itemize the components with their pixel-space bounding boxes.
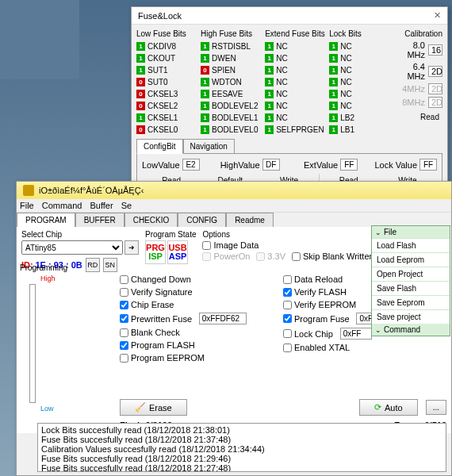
menu-file[interactable]: File — [20, 201, 34, 210]
rd-button[interactable]: RD — [86, 258, 100, 272]
more-button[interactable]: ... — [426, 400, 446, 415]
low-fuse-bit-5[interactable]: 0CKSEL2 — [136, 100, 197, 111]
lock-fuse-bit-3[interactable]: 1NC — [329, 76, 390, 87]
erase-button[interactable]: 🧹Erase — [120, 399, 187, 416]
ext-fuse-bit-0[interactable]: 1NC — [265, 40, 326, 52]
bit-icon: 0 — [136, 78, 145, 86]
poweron-checkbox[interactable]: PowerOn — [202, 251, 250, 261]
highvalue-input[interactable]: DF — [262, 159, 280, 171]
prewritten-fuse-input[interactable]: 0xFFDF62 — [199, 313, 247, 324]
lock-fuse-bit-5[interactable]: 1NC — [329, 100, 390, 111]
side-file-header[interactable]: File — [372, 226, 450, 238]
tab-buffer[interactable]: BUFFER — [75, 213, 124, 227]
side-item-load-flash[interactable]: Load Flash — [372, 238, 450, 252]
fuse-titlebar[interactable]: Fuse&Lock ✕ — [132, 7, 447, 25]
high-fuse-bit-3[interactable]: 1WDTON — [201, 76, 262, 87]
high-fuse-bit-6[interactable]: 1BODLEVEL1 — [201, 112, 262, 123]
ext-fuse-bit-7[interactable]: 1SELFPRGEN — [265, 124, 326, 135]
menu-se[interactable]: Se — [121, 201, 132, 210]
check-enabled-xtal[interactable]: Enabled XTAL — [283, 343, 446, 352]
chip-select[interactable]: ATtiny85 — [21, 240, 123, 255]
check-chip-erase[interactable]: Chip Erase — [120, 300, 283, 309]
check-verify-signature[interactable]: Verify Signature — [120, 287, 283, 297]
lock-fuse-bit-1[interactable]: 1NC — [329, 52, 390, 63]
bit-icon: 1 — [136, 66, 145, 75]
bit-icon: 1 — [201, 90, 209, 98]
menu-command[interactable]: Command — [42, 201, 82, 210]
lowvalue-input[interactable]: E2 — [182, 159, 200, 171]
ext-fuse-bit-4[interactable]: 1NC — [265, 88, 326, 99]
ext-fuse-bit-6[interactable]: 1NC — [265, 112, 326, 123]
check-program-flash[interactable]: Program FLASH — [120, 340, 283, 350]
log-area[interactable]: Lock Bits succesfully read (18/12/2018 2… — [37, 423, 446, 472]
low-fuse-bit-2[interactable]: 1SUT1 — [136, 64, 197, 75]
low-fuse-bit-6[interactable]: 1CKSEL1 — [136, 112, 197, 123]
side-item-open-project[interactable]: Open Project — [372, 267, 450, 281]
lock-fuse-bit-6[interactable]: 1LB2 — [329, 112, 390, 123]
bit-label: BODLEVEL1 — [212, 113, 258, 122]
low-fuse-bit-0[interactable]: 1CKDIV8 — [136, 40, 197, 52]
sn-button[interactable]: SN — [103, 258, 117, 272]
log-line: Fuse Bits succesfully read (18/12/2018 2… — [41, 435, 442, 444]
ext-fuse-bit-5[interactable]: 1NC — [265, 100, 326, 111]
low-fuse-bit-7[interactable]: 0CKSEL0 — [136, 124, 197, 135]
tab-config[interactable]: CONFIG — [178, 213, 226, 227]
ext-fuse-bit-1[interactable]: 1NC — [265, 52, 326, 63]
lock-fuse-bit-4[interactable]: 1NC — [329, 88, 390, 99]
lockvalue-input[interactable]: FF — [419, 159, 437, 171]
check-prewritten-fuse[interactable]: Prewritten Fuse 0xFFDF62 — [120, 313, 283, 324]
menu-buffer[interactable]: Buffer — [90, 201, 113, 210]
tab-configbit[interactable]: ConfigBit — [136, 139, 183, 154]
check-changed-down[interactable]: Changed Down — [120, 274, 283, 284]
high-fuse-bit-2[interactable]: 0SPIEN — [201, 64, 262, 75]
high-fuse-bit-0[interactable]: 1RSTDISBL — [201, 40, 262, 52]
extvalue-input[interactable]: FF — [340, 159, 358, 171]
low-fuse-bit-1[interactable]: 1CKOUT — [136, 52, 197, 63]
tab-navigation[interactable]: Navigation — [183, 139, 235, 154]
ext-fuse-bit-3[interactable]: 1NC — [265, 76, 326, 87]
check-program-eeprom[interactable]: Program EEPROM — [120, 353, 283, 363]
select-chip-label: Select Chip — [21, 230, 139, 239]
close-icon[interactable]: ✕ — [434, 10, 441, 21]
side-command-header[interactable]: Command — [372, 324, 450, 336]
high-fuse-bit-7[interactable]: 1BODLEVEL0 — [201, 124, 262, 135]
main-titlebar[interactable]: iO±ðìaÉf¼f°ÅùÉ´OĀµÅĘÇ‹ — [17, 182, 451, 199]
lock-chip-input[interactable]: 0xFF — [340, 328, 372, 340]
high-fuse-bit-5[interactable]: 1BODLEVEL2 — [201, 100, 262, 111]
33v-checkbox[interactable]: 3.3V — [256, 251, 285, 261]
side-item-load-eeprom[interactable]: Load Eeprom — [372, 252, 450, 267]
bit-label: CKOUT — [147, 54, 175, 63]
usb-asp-icon: USBASP — [167, 240, 188, 264]
log-line: Fuse Bits succesfully read (18/12/2018 2… — [41, 463, 442, 472]
auto-button[interactable]: ⟳Auto — [359, 399, 418, 416]
high-fuse-bit-1[interactable]: 1DWEN — [201, 52, 262, 63]
chip-next-button[interactable]: ➜ — [124, 240, 139, 255]
ext-fuse-bit-2[interactable]: 1NC — [265, 64, 326, 75]
side-item-save-eeprom[interactable]: Save Eeprom — [372, 295, 450, 309]
check-blank-check[interactable]: Blank Check — [120, 328, 283, 337]
bit-label: NC — [340, 54, 351, 63]
image-data-checkbox[interactable]: Image Data — [202, 240, 259, 250]
lock-fuse-bit-7[interactable]: 1LB1 — [329, 124, 390, 135]
side-item-save-flash[interactable]: Save Flash — [372, 281, 450, 295]
skip-blank-checkbox[interactable]: Skip Blank Written — [292, 251, 374, 261]
bit-label: NC — [340, 42, 351, 51]
auto-icon: ⟳ — [374, 402, 381, 413]
cal-row-1: 6.4 MHz2D — [393, 62, 442, 81]
tab-readme[interactable]: Readme — [226, 213, 274, 227]
low-fuse-bit-4[interactable]: 0CKSEL3 — [136, 88, 197, 99]
lock-fuse-bit-0[interactable]: 1NC — [329, 40, 390, 52]
tab-program[interactable]: PROGRAM — [17, 213, 75, 227]
bit-icon: 1 — [329, 42, 338, 51]
side-item-save-project[interactable]: Save project — [372, 309, 450, 324]
lowvalue-label: LowValue — [142, 160, 180, 170]
app-icon — [23, 185, 34, 196]
low-fuse-bit-3[interactable]: 0SUT0 — [136, 76, 197, 87]
tab-checkio[interactable]: CHECKIO — [124, 213, 178, 227]
log-line: Fuse Bits succesfully read (18/12/2018 2… — [41, 454, 442, 463]
high-fuse-bit-4[interactable]: 1EESAVE — [201, 88, 262, 99]
bit-label: CKSEL0 — [147, 125, 178, 134]
high-header: High Fuse Bits — [201, 29, 262, 38]
lock-fuse-bit-2[interactable]: 1NC — [329, 64, 390, 75]
cal-read-button[interactable]: Read — [393, 113, 442, 121]
